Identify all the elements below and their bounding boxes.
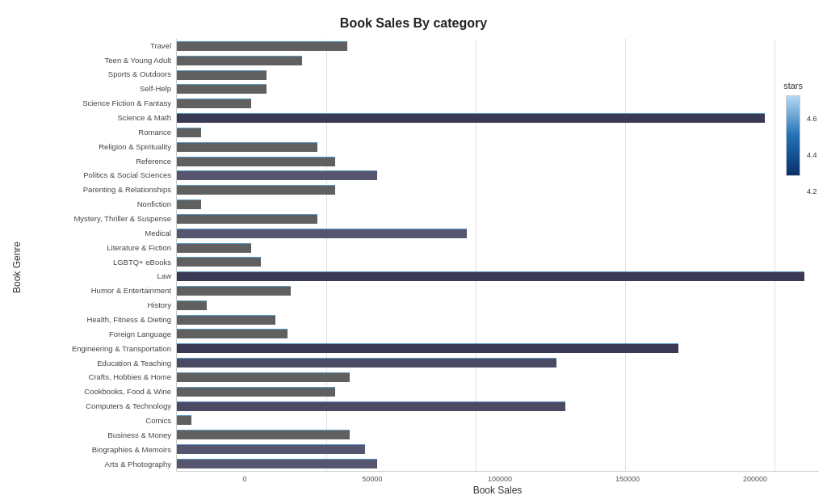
bar-row: [177, 155, 819, 168]
bar: [177, 214, 317, 224]
bar: [177, 200, 201, 209]
x-tick: 100000: [436, 475, 564, 483]
bar-row: [177, 242, 819, 254]
category-label: Mystery, Thriller & Suspense: [73, 212, 171, 225]
bar-row: [177, 299, 819, 312]
bar-row: [177, 371, 819, 384]
bar: [177, 415, 191, 425]
bar-row: [177, 385, 819, 398]
bar-row: [177, 327, 819, 340]
category-label: Reference: [136, 155, 171, 168]
x-axis-label: Book Sales: [176, 485, 819, 496]
category-label: Self-Help: [140, 83, 171, 96]
category-label: Science Fiction & Fantasy: [82, 97, 171, 110]
bar: [177, 257, 261, 267]
bar-row: [177, 126, 819, 139]
bar-row: [177, 97, 819, 110]
bar: [177, 70, 267, 80]
bar: [177, 157, 335, 166]
category-label: Religion & Spirituality: [99, 141, 171, 153]
category-label: Foreign Language: [109, 328, 171, 341]
category-label: Politics & Social Sciences: [83, 170, 171, 183]
bar: [177, 358, 556, 368]
bar-row: [177, 270, 819, 283]
category-label: Computers & Technology: [86, 400, 171, 413]
bar: [177, 99, 251, 108]
x-tick: 50000: [309, 475, 436, 483]
bar: [177, 315, 275, 325]
chart-body: Book Genre TravelTeen & Young AdultSport…: [8, 39, 819, 496]
x-tick: 0: [181, 475, 309, 483]
bar: [177, 343, 678, 353]
x-tick: 150000: [564, 475, 691, 483]
category-label: Literature & Fiction: [107, 242, 171, 254]
bar-row: [177, 40, 819, 52]
chart-title: Book Sales By category: [340, 16, 487, 31]
x-axis: 050000100000150000200000: [176, 472, 819, 483]
category-label: Education & Teaching: [97, 357, 171, 370]
plot-area: TravelTeen & Young AdultSports & Outdoor…: [23, 39, 819, 472]
category-label: Humor & Entertainment: [91, 285, 171, 298]
bar-row: [177, 443, 819, 456]
bar-row: [177, 356, 819, 369]
bar: [177, 459, 377, 468]
bar: [177, 128, 201, 137]
bar: [177, 387, 335, 397]
bar-row: [177, 82, 819, 95]
category-label: Engineering & Transportation: [72, 342, 171, 355]
bar-row: [177, 342, 819, 355]
category-label: Travel: [150, 40, 171, 52]
bar-row: [177, 183, 819, 196]
chart-inner: TravelTeen & Young AdultSports & Outdoor…: [23, 39, 819, 496]
category-labels: TravelTeen & Young AdultSports & Outdoor…: [23, 39, 176, 472]
bar-row: [177, 111, 819, 124]
bar-row: [177, 414, 819, 426]
bar: [177, 56, 302, 65]
category-label: Teen & Young Adult: [105, 54, 171, 67]
bar-row: [177, 284, 819, 297]
category-label: Sports & Outdoors: [108, 69, 171, 82]
bar: [177, 113, 765, 123]
category-label: Medical: [145, 227, 171, 240]
category-label: Health, Fitness & Dieting: [86, 313, 171, 326]
bars-area: [176, 39, 819, 472]
bar: [177, 41, 347, 51]
bar: [177, 243, 251, 253]
category-label: LGBTQ+ eBooks: [113, 256, 171, 269]
category-label: Biographies & Memoirs: [92, 443, 171, 456]
x-tick: 200000: [691, 475, 819, 483]
category-label: Comics: [145, 414, 171, 427]
category-label: Cookbooks, Food & Wine: [84, 386, 171, 399]
bar: [177, 170, 377, 180]
bar-row: [177, 255, 819, 268]
category-label: Crafts, Hobbies & Home: [89, 372, 171, 384]
category-label: Romance: [138, 126, 171, 139]
chart-container: Book Sales By category Book Genre Travel…: [0, 0, 827, 504]
bar-row: [177, 457, 819, 470]
bar: [177, 401, 565, 411]
bar: [177, 329, 288, 338]
bar-row: [177, 212, 819, 225]
bar-row: [177, 227, 819, 240]
category-label: Law: [157, 271, 171, 284]
bar: [177, 271, 804, 281]
category-label: Nonfiction: [137, 198, 171, 211]
bar: [177, 185, 335, 195]
bar-row: [177, 69, 819, 82]
bar-row: [177, 400, 819, 413]
bar-row: [177, 169, 819, 182]
category-label: Business & Money: [107, 429, 171, 442]
bar: [177, 229, 467, 238]
category-label: Parenting & Relationships: [83, 184, 171, 197]
y-axis-label: Book Genre: [8, 39, 23, 496]
bar: [177, 142, 317, 152]
bar-row: [177, 428, 819, 441]
bar-row: [177, 313, 819, 326]
category-label: History: [147, 299, 171, 312]
bar: [177, 84, 267, 94]
category-label: Science & Math: [117, 111, 171, 124]
bar: [177, 444, 365, 454]
bar: [177, 430, 350, 439]
bar: [177, 300, 207, 310]
category-label: Arts & Photography: [105, 458, 171, 471]
